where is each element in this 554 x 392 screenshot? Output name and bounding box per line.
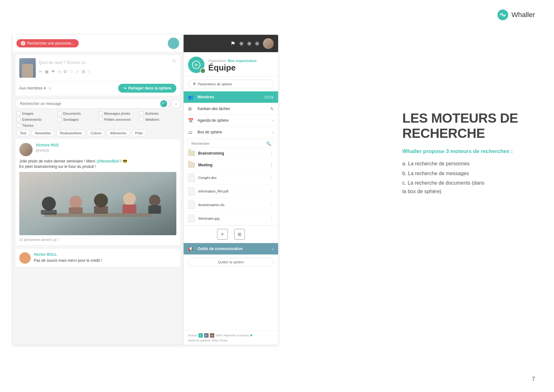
tag-newsletter[interactable]: Newsletter bbox=[31, 130, 55, 136]
file-more-seminaire[interactable]: ⋮ bbox=[269, 216, 274, 221]
kanban-edit-icon[interactable]: ✎ bbox=[270, 107, 274, 111]
add-folder-button[interactable]: ⊞ bbox=[234, 229, 245, 240]
search-next-button[interactable]: › bbox=[172, 99, 180, 108]
sphere-members-item[interactable]: 👥 Membres (26) ∨ bbox=[184, 91, 278, 103]
add-sphere-icon1[interactable]: ⊕ bbox=[239, 40, 243, 46]
add-sphere-icon3[interactable]: ⊕ bbox=[255, 40, 259, 46]
filter-archives-checkbox[interactable] bbox=[139, 111, 143, 115]
sphere-params-button[interactable]: ⚙ Paramètres de sphère bbox=[188, 80, 274, 88]
outils-arrow: › bbox=[272, 246, 274, 251]
sphere-kanban-item[interactable]: ⊞ Kanban des tâches ✎ bbox=[184, 103, 278, 115]
folder-brainstroming[interactable]: Brainstroming ⋮ bbox=[184, 148, 278, 159]
quit-sphere-button[interactable]: Quitter la sphère bbox=[188, 258, 274, 266]
folder-meeting-label: Meeting bbox=[198, 163, 212, 167]
file-rh-label: Information_RH.pdf bbox=[198, 189, 228, 193]
tag-test[interactable]: Test bbox=[16, 130, 30, 136]
folder-brainstroming-label: Brainstroming bbox=[198, 151, 224, 156]
add-file-button[interactable]: + bbox=[217, 229, 228, 240]
filter-taches-checkbox[interactable] bbox=[16, 123, 21, 127]
tag-afterworks[interactable]: Afterworks bbox=[107, 130, 130, 136]
folder-more-icon-2[interactable]: ⋮ bbox=[269, 162, 274, 168]
filter-archives[interactable]: Archivés bbox=[139, 111, 179, 115]
post-text-2: Pas de soucis mais merci pour le crédit … bbox=[34, 258, 102, 263]
tag-culture[interactable]: Culture bbox=[87, 130, 105, 136]
file-seminaire[interactable]: Séminaire.jpg ⋮ bbox=[184, 212, 278, 225]
search-person-button[interactable]: @ Rechercher une personne... bbox=[16, 39, 79, 47]
filter-ideations[interactable]: Idéations bbox=[139, 117, 179, 121]
params-gear-icon: ⚙ bbox=[193, 82, 196, 86]
outils-communication-item[interactable]: 📢 Outils de communication › bbox=[184, 243, 278, 254]
sphere-org-label: Organisation bbox=[208, 59, 226, 63]
flag-icon[interactable]: ⚑ bbox=[230, 40, 235, 47]
folder-more-icon-1[interactable]: ⋮ bbox=[269, 151, 274, 156]
audience-selector[interactable]: Aux membres ▾ ⊕ bbox=[19, 86, 52, 90]
compose-tool-9[interactable]: ○ bbox=[88, 69, 90, 74]
tag-releasenote[interactable]: RealeaseNote bbox=[56, 130, 85, 136]
box-actions: + ⊞ bbox=[184, 225, 278, 243]
compose-tool-8[interactable]: ⊞ bbox=[82, 69, 85, 74]
filter-messages-prives[interactable]: Messages privés bbox=[99, 111, 138, 115]
filter-messages-prives-checkbox[interactable] bbox=[99, 111, 103, 115]
file-more-conges[interactable]: ⋮ bbox=[269, 175, 274, 180]
footer-statut: Statut du système bbox=[188, 339, 211, 342]
compose-tool-2[interactable]: ▣ bbox=[45, 69, 49, 74]
footer-rejoindre: Rejoindre un réseau bbox=[223, 334, 249, 337]
outils-icon: 📢 bbox=[188, 246, 194, 251]
sphere-user-avatar bbox=[263, 38, 274, 49]
feed-post-1: Victoire HUS @VHUS Jolie photo de notre … bbox=[15, 139, 180, 246]
box-icon: 🗂 bbox=[188, 130, 194, 135]
filter-images[interactable]: Images bbox=[16, 111, 56, 115]
svg-point-11 bbox=[149, 195, 161, 206]
compose-tool-3[interactable]: ⚑ bbox=[51, 69, 55, 74]
footer-icon-3: W bbox=[210, 333, 214, 338]
compose-tool-7[interactable]: ✓ bbox=[76, 69, 79, 74]
svg-rect-10 bbox=[123, 205, 137, 213]
post-text-1: Jolie photo de notre dernier séminaire !… bbox=[19, 159, 176, 169]
file-more-anniversaires[interactable]: ⋮ bbox=[269, 202, 274, 207]
share-button[interactable]: ↪ Partager dans la sphère bbox=[118, 84, 176, 93]
filter-petites-annonces-checkbox[interactable] bbox=[99, 117, 103, 121]
composer-refresh-icon[interactable]: ↻ bbox=[172, 58, 176, 64]
folder-icon-2 bbox=[188, 162, 195, 168]
quit-sphere-label: Quitter la sphère bbox=[218, 260, 244, 264]
sphere-icon-svg bbox=[192, 60, 201, 69]
filter-documents-checkbox[interactable] bbox=[58, 111, 62, 115]
filter-documents[interactable]: Documents bbox=[58, 111, 97, 115]
compose-tool-6[interactable]: ♡ bbox=[70, 69, 73, 74]
compose-tool-5[interactable]: ⚙ bbox=[63, 69, 67, 74]
sphere-box-item[interactable]: 🗂 Box de sphère › bbox=[184, 126, 278, 138]
filter-petites-annonces[interactable]: Petites annonces bbox=[99, 117, 138, 121]
svg-point-5 bbox=[70, 196, 82, 208]
audience-label: Aux membres bbox=[19, 86, 43, 90]
filter-sondages-checkbox[interactable] bbox=[58, 117, 62, 121]
file-anniversaires[interactable]: Anniversaires.xls ⋮ bbox=[184, 198, 278, 212]
search-message-input[interactable] bbox=[15, 99, 170, 109]
content-body: a. La recherche de personnes b. La reche… bbox=[402, 159, 535, 196]
sphere-footer: Produit T B W Tarifs Rejoindre un réseau… bbox=[184, 330, 278, 345]
agenda-label: Agenda de sphère bbox=[198, 118, 272, 123]
svg-point-7 bbox=[94, 193, 108, 207]
sphere-topbar: ⚑ ⊕ ⊕ ⊕ bbox=[184, 35, 278, 52]
add-sphere-icon2[interactable]: ⊕ bbox=[247, 40, 251, 46]
compose-tool-4[interactable]: ◁ bbox=[58, 69, 61, 74]
filter-taches[interactable]: Tâches bbox=[16, 123, 56, 127]
filter-ideations-checkbox[interactable] bbox=[139, 117, 143, 121]
compose-tool-1[interactable]: ✂ bbox=[39, 69, 42, 74]
folder-meeting[interactable]: Meeting ⋮ bbox=[184, 159, 278, 171]
search-person-label: Rechercher une personne... bbox=[27, 41, 74, 46]
filter-evenements[interactable]: Evénements bbox=[16, 117, 56, 121]
filter-sondages[interactable]: Sondages bbox=[58, 117, 97, 121]
sphere-org-name: Mon organisation bbox=[228, 59, 257, 63]
sphere-agenda-item[interactable]: 📅 Agenda de sphère › bbox=[184, 115, 278, 126]
composer-placeholder[interactable]: Quoi de neuf ? Écrivez ici... bbox=[39, 58, 169, 67]
file-more-rh[interactable]: ⋮ bbox=[269, 189, 274, 194]
filter-images-checkbox[interactable] bbox=[16, 111, 21, 115]
box-search-input[interactable] bbox=[188, 139, 274, 148]
tag-philo[interactable]: Philo bbox=[131, 130, 146, 136]
file-information-rh[interactable]: Information_RH.pdf ⋮ bbox=[184, 185, 278, 198]
file-icon-anniversaires bbox=[188, 201, 195, 209]
file-conges[interactable]: Congés.doc ⋮ bbox=[184, 171, 278, 185]
search-submit-button[interactable]: 🔍 bbox=[160, 100, 167, 107]
filter-evenements-checkbox[interactable] bbox=[16, 117, 21, 121]
share-label: Partager dans la sphère bbox=[128, 86, 171, 90]
